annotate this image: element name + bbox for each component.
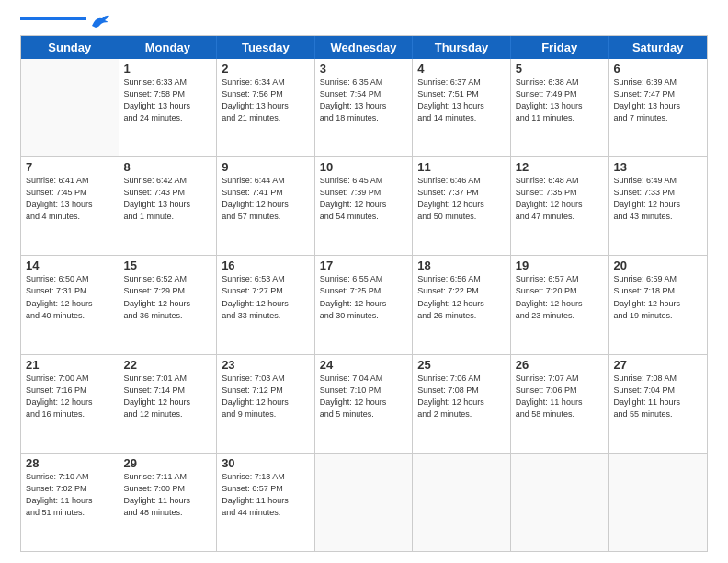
- day-info: Sunrise: 7:00 AM Sunset: 7:16 PM Dayligh…: [26, 373, 114, 420]
- header-tuesday: Tuesday: [217, 36, 315, 59]
- day-number: 16: [222, 259, 310, 272]
- calendar-row-2: 7Sunrise: 6:41 AM Sunset: 7:45 PM Daylig…: [21, 157, 707, 256]
- calendar-row-5: 28Sunrise: 7:10 AM Sunset: 7:02 PM Dayli…: [21, 454, 707, 551]
- day-number: 27: [613, 358, 702, 372]
- logo-bird-icon: [90, 13, 110, 29]
- day-info: Sunrise: 6:44 AM Sunset: 7:41 PM Dayligh…: [222, 175, 310, 223]
- day-info: Sunrise: 7:06 AM Sunset: 7:08 PM Dayligh…: [417, 373, 506, 420]
- day-info: Sunrise: 7:13 AM Sunset: 6:57 PM Dayligh…: [222, 471, 310, 519]
- header-wednesday: Wednesday: [315, 36, 414, 59]
- day-number: 17: [320, 259, 408, 272]
- day-info: Sunrise: 6:53 AM Sunset: 7:27 PM Dayligh…: [222, 273, 310, 321]
- day-number: 3: [320, 62, 408, 75]
- header-thursday: Thursday: [413, 36, 511, 59]
- calendar-cell: 15Sunrise: 6:52 AM Sunset: 7:29 PM Dayli…: [119, 256, 218, 353]
- calendar-cell: [609, 454, 707, 551]
- day-number: 10: [320, 160, 408, 174]
- day-number: 23: [222, 358, 310, 372]
- calendar-cell: 17Sunrise: 6:55 AM Sunset: 7:25 PM Dayli…: [315, 256, 414, 353]
- day-number: 2: [222, 62, 310, 75]
- day-number: 1: [124, 62, 212, 75]
- day-info: Sunrise: 6:56 AM Sunset: 7:22 PM Dayligh…: [417, 273, 506, 321]
- calendar-header: Sunday Monday Tuesday Wednesday Thursday…: [21, 36, 707, 59]
- calendar-cell: 19Sunrise: 6:57 AM Sunset: 7:20 PM Dayli…: [511, 256, 609, 353]
- calendar-cell: 20Sunrise: 6:59 AM Sunset: 7:18 PM Dayli…: [609, 256, 707, 353]
- calendar-cell: 23Sunrise: 7:03 AM Sunset: 7:12 PM Dayli…: [217, 355, 315, 453]
- calendar-cell: 1Sunrise: 6:33 AM Sunset: 7:58 PM Daylig…: [119, 59, 218, 156]
- day-info: Sunrise: 6:37 AM Sunset: 7:51 PM Dayligh…: [417, 76, 506, 124]
- day-info: Sunrise: 7:07 AM Sunset: 7:06 PM Dayligh…: [516, 373, 604, 420]
- day-number: 22: [124, 358, 212, 372]
- day-number: 25: [417, 358, 506, 372]
- day-info: Sunrise: 7:11 AM Sunset: 7:00 PM Dayligh…: [124, 471, 212, 519]
- day-info: Sunrise: 6:41 AM Sunset: 7:45 PM Dayligh…: [26, 175, 114, 223]
- calendar-cell: 3Sunrise: 6:35 AM Sunset: 7:54 PM Daylig…: [315, 59, 414, 156]
- day-info: Sunrise: 6:35 AM Sunset: 7:54 PM Dayligh…: [320, 76, 408, 124]
- day-info: Sunrise: 6:42 AM Sunset: 7:43 PM Dayligh…: [124, 175, 212, 223]
- day-info: Sunrise: 6:33 AM Sunset: 7:58 PM Dayligh…: [124, 76, 212, 124]
- calendar-cell: 2Sunrise: 6:34 AM Sunset: 7:56 PM Daylig…: [217, 59, 315, 156]
- day-number: 28: [26, 456, 114, 470]
- top-header: [20, 17, 708, 29]
- day-info: Sunrise: 6:49 AM Sunset: 7:33 PM Dayligh…: [613, 175, 702, 223]
- day-number: 6: [613, 62, 702, 75]
- calendar-cell: 4Sunrise: 6:37 AM Sunset: 7:51 PM Daylig…: [413, 59, 511, 156]
- header-monday: Monday: [119, 36, 218, 59]
- calendar-cell: 30Sunrise: 7:13 AM Sunset: 6:57 PM Dayli…: [217, 454, 315, 551]
- day-info: Sunrise: 6:45 AM Sunset: 7:39 PM Dayligh…: [320, 175, 408, 223]
- day-info: Sunrise: 6:50 AM Sunset: 7:31 PM Dayligh…: [26, 273, 114, 321]
- day-info: Sunrise: 6:34 AM Sunset: 7:56 PM Dayligh…: [222, 76, 310, 124]
- day-number: 7: [26, 160, 114, 174]
- calendar-row-3: 14Sunrise: 6:50 AM Sunset: 7:31 PM Dayli…: [21, 256, 707, 354]
- day-number: 19: [516, 259, 604, 272]
- day-info: Sunrise: 6:46 AM Sunset: 7:37 PM Dayligh…: [417, 175, 506, 223]
- day-number: 5: [516, 62, 604, 75]
- calendar-cell: [315, 454, 414, 551]
- logo-underline: [20, 17, 86, 20]
- day-number: 24: [320, 358, 408, 372]
- calendar-cell: 13Sunrise: 6:49 AM Sunset: 7:33 PM Dayli…: [609, 157, 707, 255]
- header-sunday: Sunday: [21, 36, 119, 59]
- calendar-cell: 5Sunrise: 6:38 AM Sunset: 7:49 PM Daylig…: [511, 59, 609, 156]
- calendar-cell: [21, 59, 119, 156]
- header-saturday: Saturday: [609, 36, 707, 59]
- calendar-cell: [413, 454, 511, 551]
- day-info: Sunrise: 7:03 AM Sunset: 7:12 PM Dayligh…: [222, 373, 310, 420]
- day-info: Sunrise: 6:59 AM Sunset: 7:18 PM Dayligh…: [613, 273, 702, 321]
- day-info: Sunrise: 6:57 AM Sunset: 7:20 PM Dayligh…: [516, 273, 604, 321]
- calendar-cell: 24Sunrise: 7:04 AM Sunset: 7:10 PM Dayli…: [315, 355, 414, 453]
- day-info: Sunrise: 6:48 AM Sunset: 7:35 PM Dayligh…: [516, 175, 604, 223]
- day-number: 13: [613, 160, 702, 174]
- calendar-cell: 14Sunrise: 6:50 AM Sunset: 7:31 PM Dayli…: [21, 256, 119, 353]
- calendar-cell: 18Sunrise: 6:56 AM Sunset: 7:22 PM Dayli…: [413, 256, 511, 353]
- calendar-cell: [511, 454, 609, 551]
- day-info: Sunrise: 7:10 AM Sunset: 7:02 PM Dayligh…: [26, 471, 114, 519]
- day-number: 18: [417, 259, 506, 272]
- header-friday: Friday: [511, 36, 609, 59]
- day-number: 20: [613, 259, 702, 272]
- calendar-cell: 27Sunrise: 7:08 AM Sunset: 7:04 PM Dayli…: [609, 355, 707, 453]
- calendar-cell: 10Sunrise: 6:45 AM Sunset: 7:39 PM Dayli…: [315, 157, 414, 255]
- day-number: 14: [26, 259, 114, 272]
- page: Sunday Monday Tuesday Wednesday Thursday…: [0, 0, 728, 563]
- day-number: 12: [516, 160, 604, 174]
- calendar-cell: 28Sunrise: 7:10 AM Sunset: 7:02 PM Dayli…: [21, 454, 119, 551]
- day-number: 9: [222, 160, 310, 174]
- calendar-cell: 9Sunrise: 6:44 AM Sunset: 7:41 PM Daylig…: [217, 157, 315, 255]
- day-info: Sunrise: 6:39 AM Sunset: 7:47 PM Dayligh…: [613, 76, 702, 124]
- day-number: 21: [26, 358, 114, 372]
- calendar-cell: 7Sunrise: 6:41 AM Sunset: 7:45 PM Daylig…: [21, 157, 119, 255]
- day-number: 15: [124, 259, 212, 272]
- calendar-cell: 12Sunrise: 6:48 AM Sunset: 7:35 PM Dayli…: [511, 157, 609, 255]
- day-info: Sunrise: 6:38 AM Sunset: 7:49 PM Dayligh…: [516, 76, 604, 124]
- calendar-cell: 26Sunrise: 7:07 AM Sunset: 7:06 PM Dayli…: [511, 355, 609, 453]
- calendar-row-1: 1Sunrise: 6:33 AM Sunset: 7:58 PM Daylig…: [21, 59, 707, 157]
- calendar-cell: 8Sunrise: 6:42 AM Sunset: 7:43 PM Daylig…: [119, 157, 218, 255]
- day-number: 29: [124, 456, 212, 470]
- calendar-cell: 6Sunrise: 6:39 AM Sunset: 7:47 PM Daylig…: [609, 59, 707, 156]
- day-info: Sunrise: 7:04 AM Sunset: 7:10 PM Dayligh…: [320, 373, 408, 420]
- day-number: 30: [222, 456, 310, 470]
- calendar-cell: 25Sunrise: 7:06 AM Sunset: 7:08 PM Dayli…: [413, 355, 511, 453]
- calendar-body: 1Sunrise: 6:33 AM Sunset: 7:58 PM Daylig…: [21, 59, 707, 551]
- day-info: Sunrise: 7:01 AM Sunset: 7:14 PM Dayligh…: [124, 373, 212, 420]
